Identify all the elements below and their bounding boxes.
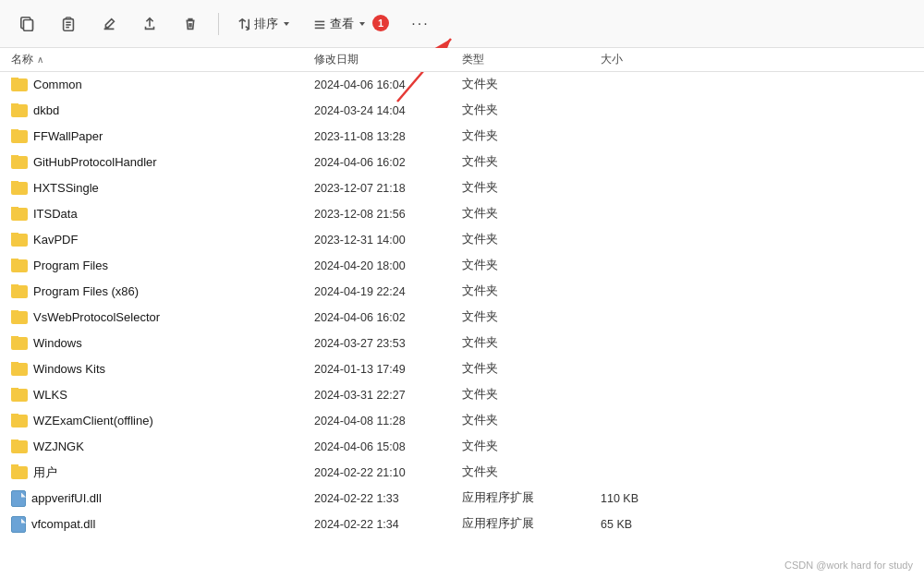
cell-type: 文件夹 (462, 464, 601, 480)
cell-name: Program Files (0, 259, 314, 272)
cell-name: Windows Kits (0, 362, 314, 376)
cell-type: 文件夹 (462, 77, 601, 92)
col-type-header: 类型 (462, 52, 601, 67)
cell-date: 2024-04-20 18:00 (314, 259, 462, 272)
table-row[interactable]: appverifUI.dll 2024-02-22 1:33 应用程序扩展 11… (0, 486, 924, 512)
table-row[interactable]: vfcompat.dll 2024-02-22 1:34 应用程序扩展 65 K… (0, 512, 924, 537)
cell-date: 2024-04-08 11:28 (314, 415, 462, 427)
folder-icon (11, 130, 28, 143)
cell-type: 文件夹 (462, 309, 601, 325)
folder-icon (11, 363, 28, 376)
folder-icon (11, 78, 28, 91)
delete-icon-btn[interactable] (174, 7, 207, 41)
table-row[interactable]: GitHubProtocolHandler 2024-04-06 16:02 文… (0, 150, 924, 175)
file-name: WLKS (33, 388, 67, 402)
file-name: Program Files (x86) (33, 284, 139, 298)
rename-icon-btn[interactable] (92, 7, 126, 41)
cell-type: 文件夹 (462, 361, 601, 377)
dll-icon (11, 490, 26, 507)
sort-icon (237, 18, 250, 30)
table-row[interactable]: Program Files (x86) 2024-04-19 22:24 文件夹 (0, 279, 924, 305)
folder-icon (11, 389, 28, 402)
file-name: 用户 (33, 464, 57, 481)
cell-type: 文件夹 (462, 387, 601, 403)
table-row[interactable]: Windows Kits 2024-01-13 17:49 文件夹 (0, 356, 924, 382)
column-header: 名称 ∧ 修改日期 类型 大小 (0, 48, 924, 72)
cell-name: VsWebProtocolSelector (0, 310, 314, 324)
cell-type: 文件夹 (462, 154, 601, 170)
toolbar: 排序 查看 1 ··· (0, 0, 924, 48)
view-button[interactable]: 查看 1 (306, 12, 396, 36)
table-row[interactable]: 用户 2024-02-22 21:10 文件夹 (0, 460, 924, 486)
cell-name: WZExamClient(offline) (0, 414, 314, 427)
svg-rect-2 (24, 19, 33, 30)
folder-icon (11, 415, 28, 427)
file-name: WZExamClient(offline) (33, 414, 153, 427)
view-chevron-icon (358, 19, 367, 29)
cell-type: 文件夹 (462, 232, 601, 247)
copy-icon-btn[interactable] (11, 7, 44, 41)
folder-icon (11, 104, 28, 117)
folder-icon (11, 440, 28, 453)
file-name: appverifUI.dll (31, 491, 102, 505)
folder-icon (11, 156, 28, 169)
table-row[interactable]: Common 2024-04-06 16:04 文件夹 (0, 72, 924, 98)
cell-type: 文件夹 (462, 283, 601, 299)
table-row[interactable]: Program Files 2024-04-20 18:00 文件夹 (0, 253, 924, 279)
cell-date: 2023-12-08 21:56 (314, 208, 462, 221)
folder-icon (11, 337, 28, 350)
table-row[interactable]: KavPDF 2023-12-31 14:00 文件夹 (0, 227, 924, 253)
file-name: vfcompat.dll (31, 517, 95, 531)
dll-icon (11, 516, 26, 533)
share-icon-btn[interactable] (133, 7, 166, 41)
cell-date: 2023-11-08 13:28 (314, 130, 462, 143)
table-row[interactable]: WZExamClient(offline) 2024-04-08 11:28 文… (0, 408, 924, 434)
cell-type: 文件夹 (462, 102, 601, 118)
cell-date: 2024-04-06 16:02 (314, 311, 462, 324)
table-row[interactable]: WZJNGK 2024-04-06 15:08 文件夹 (0, 434, 924, 460)
table-row[interactable]: HXTSSingle 2023-12-07 21:18 文件夹 (0, 175, 924, 201)
folder-icon (11, 466, 28, 479)
cell-type: 文件夹 (462, 258, 601, 273)
paste-icon-btn[interactable] (52, 7, 85, 41)
cell-name: GitHubProtocolHandler (0, 155, 314, 169)
cell-date: 2024-03-24 14:04 (314, 104, 462, 117)
view-badge: 1 (372, 15, 389, 31)
file-name: HXTSSingle (33, 181, 99, 195)
file-name: ITSData (33, 207, 78, 221)
cell-name: FFWallPaper (0, 129, 314, 143)
cell-type: 应用程序扩展 (462, 516, 601, 532)
table-row[interactable]: WLKS 2024-03-31 22:27 文件夹 (0, 382, 924, 408)
table-row[interactable]: dkbd 2024-03-24 14:04 文件夹 (0, 98, 924, 124)
cell-date: 2024-03-31 22:27 (314, 389, 462, 402)
folder-icon (11, 182, 28, 195)
cell-name: Windows (0, 336, 314, 350)
table-row[interactable]: VsWebProtocolSelector 2024-04-06 16:02 文… (0, 305, 924, 331)
file-name: Windows Kits (33, 362, 105, 376)
toolbar-separator (218, 13, 219, 35)
table-row[interactable]: ITSData 2023-12-08 21:56 文件夹 (0, 201, 924, 227)
cell-size: 65 KB (601, 518, 693, 531)
view-label: 查看 (330, 16, 354, 32)
cell-date: 2024-02-22 1:33 (314, 492, 462, 505)
cell-date: 2024-03-27 23:53 (314, 337, 462, 350)
cell-name: Common (0, 78, 314, 91)
sort-label: 排序 (254, 16, 278, 32)
sort-arrow-icon: ∧ (37, 54, 43, 65)
more-button[interactable]: ··· (404, 7, 437, 41)
cell-type: 应用程序扩展 (462, 490, 601, 506)
table-row[interactable]: Windows 2024-03-27 23:53 文件夹 (0, 331, 924, 356)
cell-type: 文件夹 (462, 180, 601, 196)
folder-icon (11, 259, 28, 272)
file-name: VsWebProtocolSelector (33, 310, 160, 324)
cell-date: 2024-02-22 1:34 (314, 518, 462, 531)
folder-icon (11, 285, 28, 298)
file-rows-container: Common 2024-04-06 16:04 文件夹 dkbd 2024-03… (0, 72, 924, 537)
sort-chevron-icon (282, 19, 291, 29)
cell-name: Program Files (x86) (0, 284, 314, 298)
file-name: GitHubProtocolHandler (33, 155, 157, 169)
file-name: Common (33, 78, 82, 91)
table-row[interactable]: FFWallPaper 2023-11-08 13:28 文件夹 (0, 124, 924, 150)
sort-button[interactable]: 排序 (230, 12, 298, 36)
cell-type: 文件夹 (462, 439, 601, 454)
